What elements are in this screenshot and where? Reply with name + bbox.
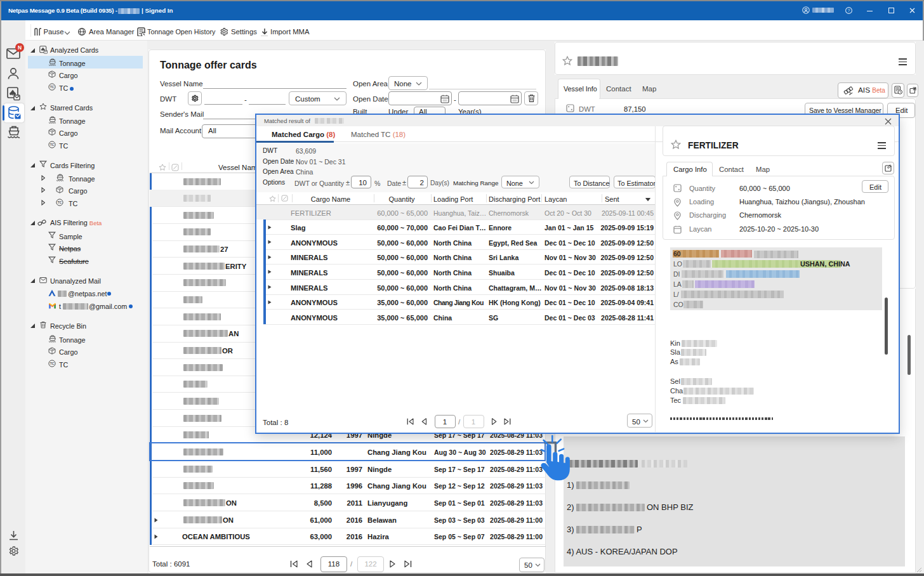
svg-text:TC: TC [58, 201, 62, 204]
svg-text:TC: TC [50, 362, 55, 365]
svg-text:TC: TC [50, 143, 55, 147]
svg-text:?: ? [848, 8, 850, 13]
svg-text:TC: TC [50, 86, 55, 89]
